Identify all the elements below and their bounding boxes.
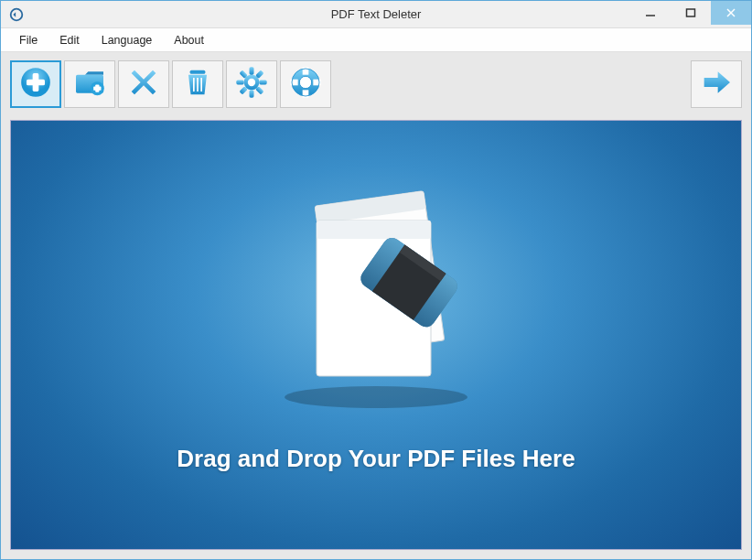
svg-rect-37 — [317, 221, 431, 239]
svg-rect-2 — [687, 9, 695, 16]
window-title: PDF Text Deleter — [331, 7, 422, 21]
svg-point-42 — [285, 386, 467, 408]
svg-rect-17 — [250, 67, 254, 74]
menu-language[interactable]: Language — [91, 30, 164, 50]
clear-button[interactable] — [172, 60, 223, 108]
close-button[interactable] — [711, 1, 751, 25]
lifebuoy-icon — [287, 64, 324, 104]
svg-rect-12 — [190, 70, 206, 74]
toolbar — [1, 52, 751, 116]
remove-button[interactable] — [118, 60, 169, 108]
trash-icon — [179, 64, 216, 104]
gear-icon — [233, 64, 270, 104]
drop-area-text: Drag and Drop Your PDF Files Here — [177, 445, 575, 473]
arrow-right-icon — [698, 64, 735, 104]
menu-about[interactable]: About — [163, 30, 215, 50]
svg-rect-18 — [250, 90, 254, 97]
x-icon — [125, 64, 162, 104]
add-file-button[interactable] — [10, 60, 61, 108]
add-folder-button[interactable] — [64, 60, 115, 108]
drop-area[interactable]: Drag and Drop Your PDF Files Here — [10, 120, 742, 550]
app-icon — [8, 6, 25, 23]
minimize-button[interactable] — [630, 1, 671, 25]
menubar: File Edit Language About — [1, 28, 751, 52]
svg-rect-11 — [93, 87, 101, 91]
titlebar: PDF Text Deleter — [1, 1, 751, 28]
svg-rect-19 — [236, 81, 243, 85]
plus-circle-icon — [17, 64, 54, 104]
menu-file[interactable]: File — [8, 30, 48, 50]
documents-eraser-icon — [248, 170, 504, 426]
window-controls — [630, 1, 751, 28]
start-button[interactable] — [691, 60, 742, 108]
help-button[interactable] — [280, 60, 331, 108]
settings-button[interactable] — [226, 60, 277, 108]
svg-rect-7 — [27, 80, 45, 86]
maximize-button[interactable] — [671, 1, 711, 25]
svg-rect-20 — [259, 81, 266, 85]
menu-edit[interactable]: Edit — [48, 30, 91, 50]
folder-plus-icon — [71, 64, 108, 104]
svg-rect-29 — [303, 90, 309, 97]
svg-point-25 — [248, 79, 255, 86]
svg-point-0 — [11, 8, 23, 20]
